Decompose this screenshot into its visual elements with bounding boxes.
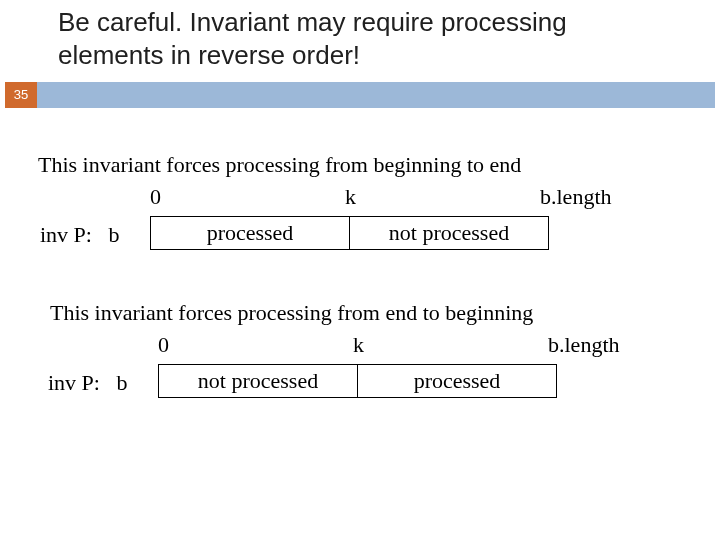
section1-labels: 0 k b.length [40,184,680,212]
label-k: k [345,184,356,210]
slide-root: Be careful. Invariant may require proces… [0,0,720,540]
inv-label: inv P: b [48,370,127,396]
label-blength: b.length [548,332,620,358]
label-blength: b.length [540,184,612,210]
box-processed: processed [357,364,557,398]
label-zero: 0 [158,332,169,358]
section1-diagram: inv P: b processed not processed [40,216,680,258]
inv-label: inv P: b [40,222,119,248]
header-bar: 35 [5,82,715,108]
box-not-processed: not processed [158,364,358,398]
header-accent-bar [37,82,715,108]
page-title: Be careful. Invariant may require proces… [58,6,678,71]
label-zero: 0 [150,184,161,210]
box-not-processed: not processed [349,216,549,250]
slide-number-badge: 35 [5,82,37,108]
box-processed: processed [150,216,350,250]
label-k: k [353,332,364,358]
section2-labels: 0 k b.length [48,332,688,360]
section1-caption: This invariant forces processing from be… [38,152,521,178]
section2-diagram: inv P: b not processed processed [48,364,688,406]
section2-caption: This invariant forces processing from en… [50,300,533,326]
